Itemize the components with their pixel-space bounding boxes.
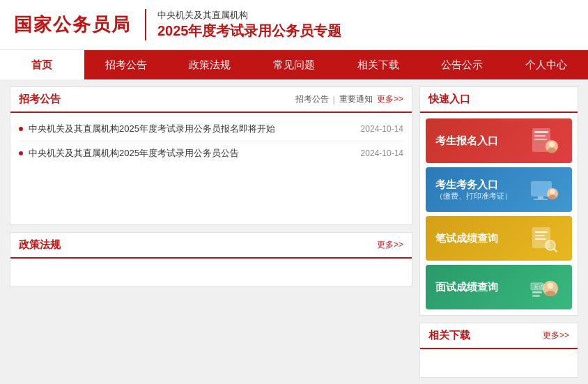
announcement-item-2: 中央机关及其直属机构2025年度考试录用公务员公告 2024-10-14 — [19, 141, 403, 165]
announcement-date-1: 2024-10-14 — [361, 124, 403, 134]
policy-title: 政策法规 — [19, 238, 61, 252]
svg-rect-24 — [532, 295, 540, 297]
svg-point-22 — [546, 291, 555, 296]
announcement-text-1[interactable]: 中央机关及其直属机构2025年度考试录用公务员报名即将开始 — [29, 123, 354, 135]
quick-entry-title: 快速入口 — [420, 87, 578, 113]
svg-rect-15 — [535, 231, 548, 233]
svg-point-5 — [549, 141, 555, 147]
svg-rect-9 — [538, 197, 543, 199]
left-column: 招考公告 招考公告 | 重要通知 更多>> 中央机关及其直属机构2025年度考试… — [10, 86, 412, 378]
btn-exam-affairs-label: 考生考务入口 （缴费、打印准考证） — [435, 178, 512, 202]
link-divider: | — [333, 95, 335, 105]
related-header: 相关下载 更多>> — [420, 323, 578, 349]
header: 国家公务员局 中央机关及其直属机构 2025年度考试录用公务员专题 — [0, 0, 588, 50]
announcement-links: 招考公告 | 重要通知 更多>> — [295, 93, 403, 105]
nav-item-faq[interactable]: 常见问题 — [252, 50, 336, 79]
nav-item-home[interactable]: 首页 — [0, 50, 84, 79]
announcement-date-2: 2024-10-14 — [361, 148, 403, 158]
written-score-icon — [525, 220, 562, 257]
related-section: 相关下载 更多>> — [419, 323, 578, 378]
policy-content — [10, 259, 412, 286]
svg-rect-3 — [534, 139, 547, 140]
announcement-title: 招考公告 — [19, 93, 61, 106]
btn-interview-score-label: 面试成绩查询 — [435, 280, 498, 294]
svg-rect-1 — [534, 131, 548, 133]
related-title: 相关下载 — [428, 329, 470, 342]
main-content: 招考公告 招考公告 | 重要通知 更多>> 中央机关及其直属机构2025年度考试… — [0, 79, 588, 384]
nav-item-notice[interactable]: 公告公示 — [420, 50, 504, 79]
btn-exam-affairs[interactable]: 考生考务入口 （缴费、打印准考证） — [426, 167, 572, 212]
btn-registration[interactable]: 考生报名入口 — [426, 118, 572, 163]
policy-header: 政策法规 更多>> — [10, 233, 412, 259]
announcement-list: 中央机关及其直属机构2025年度考试录用公务员报名即将开始 2024-10-14… — [10, 113, 412, 224]
subtitle-top: 中央机关及其直属机构 — [157, 9, 342, 22]
registration-icon — [525, 122, 562, 160]
related-more[interactable]: 更多>> — [543, 330, 569, 341]
btn-interview-score[interactable]: 面试成绩查询 面试 — [426, 265, 572, 309]
svg-rect-10 — [534, 199, 548, 200]
svg-line-19 — [554, 249, 557, 252]
btn-exam-affairs-text: 考生考务入口 — [435, 178, 512, 192]
btn-written-score-label: 笔试成绩查询 — [435, 231, 498, 245]
header-subtitle: 中央机关及其直属机构 2025年度考试录用公务员专题 — [145, 9, 342, 40]
announcement-text-2[interactable]: 中央机关及其直属机构2025年度考试录用公务员公告 — [29, 147, 354, 160]
site-logo: 国家公务员局 — [14, 13, 131, 37]
btn-registration-label: 考生报名入口 — [435, 134, 498, 148]
announcement-dot-2 — [19, 151, 23, 155]
svg-point-6 — [548, 148, 556, 153]
exam-affairs-icon — [525, 171, 562, 208]
svg-text:面试: 面试 — [534, 284, 543, 290]
nav-item-announcement[interactable]: 招考公告 — [84, 50, 169, 79]
btn-written-score-text: 笔试成绩查询 — [435, 231, 498, 245]
announcement-dot — [19, 127, 23, 131]
announcement-header: 招考公告 招考公告 | 重要通知 更多>> — [10, 87, 412, 113]
link-announcement[interactable]: 招考公告 — [295, 93, 329, 105]
subtitle-bottom: 2025年度考试录用公务员专题 — [157, 22, 342, 40]
svg-point-12 — [550, 190, 555, 194]
btn-registration-text: 考生报名入口 — [435, 134, 498, 148]
svg-rect-8 — [533, 183, 550, 193]
quick-entries: 考生报名入口 — [420, 113, 578, 315]
main-nav: 首页 招考公告 政策法规 常见问题 相关下载 公告公示 个人中心 — [0, 50, 588, 79]
link-important[interactable]: 重要通知 — [339, 93, 373, 105]
svg-rect-17 — [535, 238, 546, 240]
btn-interview-score-text: 面试成绩查询 — [435, 280, 498, 294]
svg-rect-16 — [535, 235, 545, 236]
btn-written-score[interactable]: 笔试成绩查询 — [426, 216, 572, 261]
svg-rect-2 — [534, 135, 546, 137]
nav-item-personal[interactable]: 个人中心 — [504, 50, 588, 79]
svg-point-21 — [548, 283, 554, 289]
right-column: 快速入口 考生报名入口 — [419, 86, 578, 378]
nav-item-policy[interactable]: 政策法规 — [168, 50, 252, 79]
quick-entry-box: 快速入口 考生报名入口 — [419, 86, 578, 316]
announcement-section: 招考公告 招考公告 | 重要通知 更多>> 中央机关及其直属机构2025年度考试… — [10, 86, 412, 225]
svg-rect-23 — [532, 291, 542, 293]
announcement-more[interactable]: 更多>> — [377, 93, 403, 105]
nav-item-download[interactable]: 相关下载 — [336, 50, 420, 79]
svg-point-13 — [549, 195, 557, 200]
related-content — [420, 349, 578, 377]
policy-more[interactable]: 更多>> — [377, 239, 403, 251]
announcement-item: 中央机关及其直属机构2025年度考试录用公务员报名即将开始 2024-10-14 — [19, 117, 403, 141]
interview-score-icon: 面试 — [525, 268, 562, 306]
btn-exam-affairs-sub: （缴费、打印准考证） — [435, 191, 512, 201]
policy-section: 政策法规 更多>> — [10, 232, 412, 287]
